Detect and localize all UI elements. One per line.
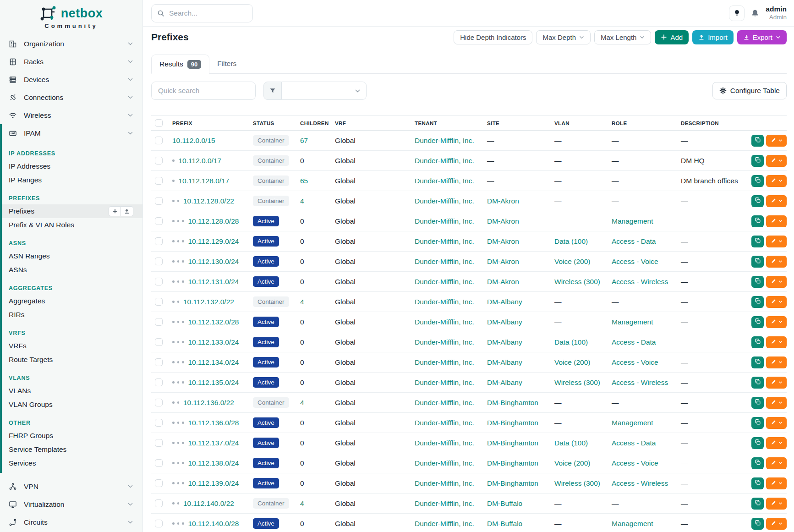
vlan-link[interactable]: Data (100) (554, 237, 588, 245)
prefix-link[interactable]: 10.112.138.0/24 (188, 459, 239, 467)
logo-area[interactable]: netbox Community (0, 0, 142, 29)
prefix-link[interactable]: 10.112.140.0/28 (188, 520, 239, 528)
prefix-link[interactable]: 10.112.136.0/22 (183, 399, 234, 407)
role-link[interactable]: Access - Data (612, 338, 656, 346)
clone-button[interactable] (751, 336, 764, 348)
sidebar-item-racks[interactable]: Racks (0, 53, 142, 71)
row-checkbox[interactable] (155, 459, 163, 467)
sidebar-item-prefix-vlan-roles[interactable]: Prefix & VLAN Roles (2, 218, 142, 232)
prefix-link[interactable]: 10.112.136.0/28 (188, 419, 239, 427)
clone-button[interactable] (751, 377, 764, 389)
tenant-link[interactable]: Dunder-Mifflin, Inc. (415, 459, 474, 467)
row-checkbox[interactable] (155, 197, 163, 205)
prefix-link[interactable]: 10.112.132.0/28 (188, 318, 239, 326)
edit-button[interactable] (766, 498, 787, 510)
sidebar-item-ipam[interactable]: IPAM (2, 124, 142, 142)
column-header-children[interactable]: CHILDREN (300, 121, 335, 126)
prefix-link[interactable]: 10.112.130.0/24 (188, 258, 239, 266)
sidebar-item-virtualization[interactable]: Virtualization (0, 495, 142, 513)
role-link[interactable]: Access - Voice (612, 358, 658, 366)
sidebar-item-vpn[interactable]: VPN (0, 477, 142, 495)
select-all-checkbox[interactable] (155, 119, 163, 127)
role-link[interactable]: Management (612, 318, 653, 326)
filter-button[interactable] (263, 82, 282, 100)
sidebar-item-asn-ranges[interactable]: ASN Ranges (2, 249, 142, 263)
global-search[interactable] (151, 4, 253, 22)
column-header-tenant[interactable]: TENANT (415, 121, 487, 126)
edit-button[interactable] (766, 336, 787, 348)
row-checkbox[interactable] (155, 378, 163, 386)
user-menu[interactable]: admin Admin (766, 5, 787, 21)
export-button[interactable]: Export (737, 30, 787, 44)
vlan-link[interactable]: Voice (200) (554, 459, 590, 467)
tenant-link[interactable]: Dunder-Mifflin, Inc. (415, 378, 474, 386)
site-link[interactable]: DM-Akron (487, 197, 519, 205)
configure-table-button[interactable]: Configure Table (712, 82, 787, 99)
clone-button[interactable] (751, 276, 764, 288)
tenant-link[interactable]: Dunder-Mifflin, Inc. (415, 298, 474, 306)
tenant-link[interactable]: Dunder-Mifflin, Inc. (415, 338, 474, 346)
sidebar-item-service-templates[interactable]: Service Templates (2, 443, 142, 456)
column-header-vlan[interactable]: VLAN (554, 121, 612, 126)
edit-button[interactable] (766, 135, 787, 147)
search-input[interactable] (169, 9, 238, 17)
edit-button[interactable] (766, 356, 787, 368)
tenant-link[interactable]: Dunder-Mifflin, Inc. (415, 137, 474, 144)
row-checkbox[interactable] (155, 298, 163, 306)
role-link[interactable]: Access - Wireless (612, 278, 668, 285)
vlan-link[interactable]: Voice (200) (554, 358, 590, 366)
row-checkbox[interactable] (155, 258, 163, 265)
site-link[interactable]: DM-Binghamton (487, 459, 538, 467)
prefix-link[interactable]: 10.112.135.0/24 (188, 378, 239, 387)
notifications-bell-icon[interactable] (750, 9, 760, 18)
children-count-link[interactable]: 4 (300, 499, 304, 507)
site-link[interactable]: DM-Akron (487, 237, 519, 245)
sidebar-item-vrfs[interactable]: VRFs (2, 339, 142, 353)
site-link[interactable]: DM-Albany (487, 298, 522, 306)
row-checkbox[interactable] (155, 318, 163, 326)
prefix-link[interactable]: 10.112.128.0/28 (188, 217, 239, 225)
clone-button[interactable] (751, 518, 764, 530)
hide-depth-indicators-button[interactable]: Hide Depth Indicators (454, 30, 532, 44)
prefix-link[interactable]: 10.112.0.0/17 (179, 157, 222, 165)
site-link[interactable]: DM-Binghamton (487, 399, 538, 406)
column-header-site[interactable]: SITE (487, 121, 554, 126)
row-checkbox[interactable] (155, 399, 163, 406)
sidebar-item-ip-ranges[interactable]: IP Ranges (2, 173, 142, 187)
site-link[interactable]: DM-Buffalo (487, 499, 522, 507)
children-count-link[interactable]: 65 (300, 177, 308, 185)
tenant-link[interactable]: Dunder-Mifflin, Inc. (415, 217, 474, 225)
clone-button[interactable] (751, 437, 764, 449)
tenant-link[interactable]: Dunder-Mifflin, Inc. (415, 157, 474, 165)
sidebar-item-aggregates[interactable]: Aggregates (2, 294, 142, 308)
children-count-link[interactable]: 4 (300, 298, 304, 306)
role-link[interactable]: Management (612, 419, 653, 427)
sidebar-item-organization[interactable]: Organization (0, 35, 142, 53)
site-link[interactable]: DM-Akron (487, 217, 519, 225)
edit-button[interactable] (766, 457, 787, 469)
tab-filters[interactable]: Filters (209, 54, 244, 73)
role-link[interactable]: Access - Wireless (612, 479, 668, 487)
vlan-link[interactable]: Voice (200) (554, 258, 590, 265)
tenant-link[interactable]: Dunder-Mifflin, Inc. (415, 399, 474, 406)
clone-button[interactable] (751, 316, 764, 328)
row-checkbox[interactable] (155, 237, 163, 245)
clone-button[interactable] (751, 457, 764, 469)
column-header-description[interactable]: DESCRIPTION (681, 121, 751, 126)
edit-button[interactable] (766, 477, 787, 489)
tenant-link[interactable]: Dunder-Mifflin, Inc. (415, 197, 474, 205)
tenant-link[interactable]: Dunder-Mifflin, Inc. (415, 358, 474, 366)
clone-button[interactable] (751, 135, 764, 147)
sidebar-item-fhrp-groups[interactable]: FHRP Groups (2, 429, 142, 443)
edit-button[interactable] (766, 296, 787, 308)
tenant-link[interactable]: Dunder-Mifflin, Inc. (415, 499, 474, 507)
sidebar-item-services[interactable]: Services (2, 456, 142, 470)
edit-button[interactable] (766, 437, 787, 449)
tenant-link[interactable]: Dunder-Mifflin, Inc. (415, 520, 474, 527)
children-count-link[interactable]: 4 (300, 399, 304, 406)
row-checkbox[interactable] (155, 137, 163, 144)
edit-button[interactable] (766, 215, 787, 227)
row-checkbox[interactable] (155, 278, 163, 285)
site-link[interactable]: DM-Albany (487, 378, 522, 386)
clone-button[interactable] (751, 236, 764, 247)
